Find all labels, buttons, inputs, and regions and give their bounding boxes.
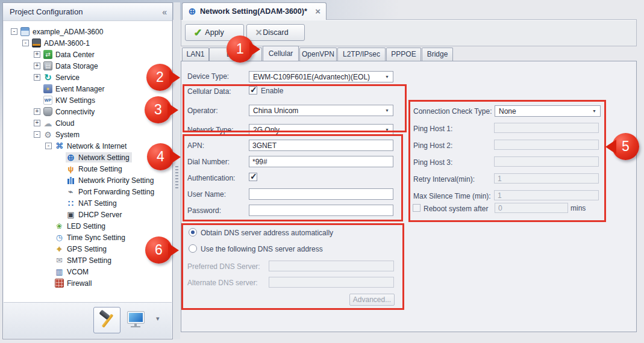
preferred-dns-label: Preferred DNS Server:	[187, 262, 260, 271]
tree-item-led-setting[interactable]: LED Setting	[4, 220, 172, 232]
collapse-expander-icon[interactable]: -	[34, 131, 40, 138]
vcom-icon	[55, 267, 64, 276]
splitter-grip[interactable]	[175, 166, 178, 190]
tree-item-data-center[interactable]: + Data Center	[4, 49, 172, 60]
led-icon	[55, 221, 64, 230]
tree-item-route-setting[interactable]: Route Setting	[4, 163, 172, 175]
expand-expander-icon[interactable]: +	[34, 51, 40, 58]
tab-pppoe[interactable]: PPPOE	[386, 48, 421, 61]
panel-splitter[interactable]	[174, 2, 180, 339]
monitor-mode-button[interactable]	[125, 310, 148, 332]
user-name-label: User Name:	[187, 190, 226, 199]
dns-auto-radio[interactable]	[189, 228, 197, 236]
device-type-combobox[interactable]: EWM-C109F601E(Advantech)(EOL)	[249, 71, 393, 82]
callout-5: 5	[612, 133, 639, 160]
sidebar-header: Project Configuration «	[3, 3, 172, 21]
advanced-button: Advanced...	[349, 294, 395, 306]
route-icon	[66, 164, 75, 173]
dhcp-server-icon	[66, 210, 75, 219]
collapse-expander-icon[interactable]: -	[45, 143, 52, 149]
tree-item-cloud[interactable]: + Cloud	[4, 117, 172, 129]
tree-item-port-forwarding-setting[interactable]: Port Forwarding Setting	[4, 186, 172, 197]
project-configuration-panel: Project Configuration « - example_ADAM-3…	[2, 2, 173, 339]
operator-label: Operator:	[187, 107, 218, 115]
ping-host-3-input	[494, 156, 599, 167]
tree-item-network-internet[interactable]: - Network & Internet	[4, 140, 172, 152]
nat-icon	[66, 199, 75, 208]
apn-label: APN:	[187, 141, 204, 150]
tree-item-network-priority-setting[interactable]: Network Priority Setting	[4, 175, 172, 186]
expand-expander-icon[interactable]: +	[34, 120, 40, 126]
dns-manual-label: Use the following DNS server address	[201, 245, 323, 253]
sidebar-title: Project Configuration	[10, 7, 83, 16]
tree-item-data-storage[interactable]: + Data Storage	[4, 60, 172, 72]
sidebar-footer-toolbar: ▾	[4, 302, 172, 338]
tree-item-nat-setting[interactable]: NAT Setting	[4, 197, 172, 209]
tree-item-example-adam-3600[interactable]: - example_ADAM-3600	[4, 26, 172, 37]
expand-expander-icon[interactable]: +	[34, 63, 40, 69]
ping-host-1-label: Ping Host 1:	[413, 125, 452, 133]
dial-number-input[interactable]	[249, 156, 393, 167]
connection-check-type-label: Connection Check Type:	[413, 107, 492, 116]
tab-bridge[interactable]: Bridge	[422, 48, 453, 61]
cloud-icon	[43, 119, 52, 128]
tab-openvpn[interactable]: OpenVPN	[299, 48, 337, 61]
collapse-expander-icon[interactable]: -	[11, 28, 17, 35]
dial-number-label: Dial Number:	[187, 158, 230, 166]
user-name-input[interactable]	[249, 188, 393, 200]
project-tree: - example_ADAM-3600 - ADAM-3600-1 + Data…	[4, 21, 172, 302]
network-internet-icon	[55, 141, 64, 150]
network-type-combobox[interactable]: 2G Only	[249, 124, 393, 135]
expand-expander-icon[interactable]: +	[34, 74, 40, 81]
tree-item-adam-3600-1[interactable]: - ADAM-3600-1	[4, 37, 172, 49]
authentication-checkbox[interactable]	[249, 173, 257, 181]
document-tab-title: Network Setting(ADAM-3600)*	[200, 7, 307, 16]
more-tools-chevron-icon[interactable]: ▾	[156, 315, 160, 323]
alternate-dns-label: Alternate DNS server:	[187, 279, 258, 287]
close-icon[interactable]: ×	[315, 8, 320, 15]
configuration-mode-button[interactable]	[93, 307, 120, 333]
tree-item-firewall[interactable]: Firewall	[4, 277, 172, 289]
event-manager-icon	[43, 84, 52, 93]
firewall-icon	[55, 279, 64, 288]
password-input[interactable]	[249, 205, 393, 216]
max-silence-time-label: Max Silence Time (min):	[413, 192, 491, 200]
tree-item-vcom[interactable]: VCOM	[4, 266, 172, 277]
tab-lan1[interactable]: LAN1	[182, 48, 209, 61]
tree-item-time-sync-setting[interactable]: Time Sync Setting	[4, 232, 172, 243]
callout-1: 1	[227, 36, 254, 63]
tree-item-dhcp-server[interactable]: DHCP Server	[4, 209, 172, 220]
callout-3: 3	[145, 96, 172, 123]
reboot-system-checkbox[interactable]	[413, 204, 420, 212]
service-icon	[43, 73, 52, 82]
smtp-icon	[55, 256, 64, 265]
collapse-panel-icon[interactable]: «	[162, 8, 167, 16]
tab-cellular[interactable]: Cellular	[263, 46, 299, 61]
reboot-minutes-input	[495, 203, 568, 213]
reboot-system-label: Reboot system after	[424, 205, 488, 213]
clock-icon	[55, 233, 64, 242]
ping-host-2-input	[494, 140, 599, 150]
project-window-icon	[20, 27, 30, 36]
tab-l2tp-ipsec[interactable]: L2TP/IPsec	[337, 48, 386, 61]
apn-input[interactable]	[249, 140, 393, 151]
cellular-data-enable-checkbox[interactable]	[249, 86, 257, 94]
discard-button[interactable]: × Discard	[246, 24, 305, 41]
document-tab-network-setting[interactable]: ⊕ Network Setting(ADAM-3600)* ×	[182, 2, 327, 20]
x-icon: ×	[255, 29, 262, 36]
max-silence-time-input	[494, 190, 599, 200]
kw-settings-icon	[43, 96, 52, 105]
operator-combobox[interactable]: China Unicom	[249, 105, 393, 116]
tree-item-system[interactable]: - System	[4, 129, 172, 140]
dns-auto-label: Obtain DNS server address automatically	[201, 229, 333, 237]
dns-manual-radio[interactable]	[189, 244, 197, 253]
globe-icon: ⊕	[188, 7, 196, 16]
tree-item-event-manager[interactable]: Event Manager	[4, 83, 172, 94]
enable-label: Enable	[261, 87, 283, 95]
collapse-expander-icon[interactable]: -	[22, 40, 29, 46]
password-label: Password:	[187, 206, 221, 215]
connection-check-type-combobox[interactable]: None	[495, 105, 601, 117]
callout-4: 4	[147, 143, 174, 170]
callout-2: 2	[146, 64, 174, 91]
expand-expander-icon[interactable]: +	[34, 108, 40, 115]
